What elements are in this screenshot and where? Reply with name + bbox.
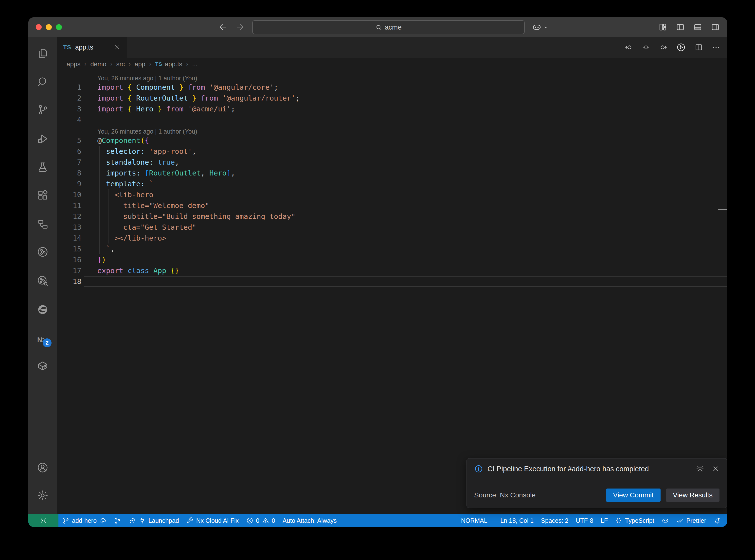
close-window-button[interactable]	[36, 24, 42, 30]
indent-guide	[99, 178, 100, 189]
launchpad-status[interactable]: Launchpad	[125, 514, 183, 527]
activity-item-extensions[interactable]	[28, 188, 57, 203]
activity-bar: N>2	[28, 37, 57, 514]
code-text: ></lib-hero>	[84, 233, 727, 243]
commit-graph-status[interactable]	[110, 514, 125, 527]
activity-item-testing[interactable]	[28, 160, 57, 175]
next-change-icon[interactable]	[659, 43, 668, 52]
gear-icon	[37, 489, 48, 501]
boxes-icon	[37, 218, 48, 230]
activity-item-explorer[interactable]	[28, 46, 57, 61]
notifications-bell[interactable]	[710, 514, 725, 527]
zoom-window-button[interactable]	[56, 24, 62, 30]
blame-annotation: You, 26 minutes ago | 1 author (You)	[57, 72, 727, 82]
nx-cloud-ai-fix-status[interactable]: Nx Cloud AI Fix	[183, 514, 242, 527]
activity-item-accounts[interactable]	[28, 460, 57, 475]
line-number: 8	[57, 169, 84, 177]
layout-sidebar-right-icon[interactable]	[711, 23, 720, 32]
breadcrumb-separator-icon: ›	[84, 61, 86, 67]
activity-item-nx-console[interactable]: N>2	[28, 332, 57, 347]
copilot-icon	[532, 22, 542, 32]
breadcrumb-item-src[interactable]: src	[116, 60, 125, 68]
prettier-status[interactable]: Prettier	[673, 514, 710, 527]
line-number: 13	[57, 223, 84, 232]
commit-graph-icon	[114, 517, 121, 524]
cloud-upload-icon	[99, 517, 106, 524]
activity-item-search[interactable]	[28, 75, 57, 89]
breadcrumb-item-demo[interactable]: demo	[90, 60, 106, 68]
status-label: add-hero	[72, 517, 97, 524]
notification-close-icon[interactable]	[712, 465, 719, 473]
gitlens-search-icon	[37, 275, 48, 287]
line-number: 18	[57, 277, 84, 286]
code-editor[interactable]: You, 26 minutes ago | 1 author (You)1imp…	[57, 71, 727, 514]
status-label: Ln 18, Col 1	[500, 517, 534, 524]
indent-guide	[99, 189, 100, 200]
code-text: import { Component } from '@angular/core…	[84, 82, 727, 93]
command-center-search[interactable]: acme	[252, 20, 525, 34]
auto-attach-status[interactable]: Auto Attach: Always	[279, 514, 340, 527]
line-number: 9	[57, 180, 84, 188]
split-editor-icon[interactable]	[695, 43, 703, 52]
problems-status[interactable]: 00	[242, 514, 279, 527]
line-number: 3	[57, 105, 84, 113]
eol-status[interactable]: LF	[597, 514, 612, 527]
activity-item-settings[interactable]	[28, 488, 57, 503]
activity-item-gitlens-inspect[interactable]	[28, 273, 57, 288]
code-text: standalone: true,	[84, 157, 727, 167]
commit-graph-circle-icon[interactable]	[676, 43, 686, 52]
code-line-4: 4	[57, 114, 727, 125]
back-icon[interactable]	[219, 23, 227, 32]
activity-item-containers[interactable]	[28, 358, 57, 373]
customize-layout-icon[interactable]	[658, 23, 667, 32]
close-tab-icon[interactable]	[114, 44, 121, 51]
more-actions-icon[interactable]	[712, 43, 720, 52]
extensions-icon	[37, 189, 48, 201]
minimize-window-button[interactable]	[46, 24, 52, 30]
view-results-button[interactable]: View Results	[666, 488, 719, 502]
copilot-status[interactable]	[658, 514, 673, 527]
activity-item-source-control[interactable]	[28, 102, 57, 117]
indent-guide	[108, 189, 108, 200]
layout-sidebar-left-icon[interactable]	[676, 23, 685, 32]
view-commit-button[interactable]: View Commit	[606, 488, 660, 502]
breadcrumb-item-apps[interactable]: apps	[66, 60, 80, 68]
indentation-status[interactable]: Spaces: 2	[537, 514, 572, 527]
tab-app-ts[interactable]: TS app.ts	[57, 37, 127, 58]
change-icon[interactable]	[642, 43, 650, 52]
indent-guide	[99, 167, 100, 178]
notification-settings-icon[interactable]	[696, 465, 704, 473]
encoding-status[interactable]: UTF-8	[572, 514, 597, 527]
status-label: -- NORMAL --	[455, 517, 493, 524]
line-number: 2	[57, 94, 84, 102]
indent-guide	[108, 222, 108, 233]
beaker-icon	[37, 161, 48, 173]
breadcrumb-item-app[interactable]: app	[135, 60, 145, 68]
code-line-13: 13 cta="Get Started"	[57, 222, 727, 233]
rocket-icon	[129, 517, 136, 524]
search-icon	[375, 24, 382, 31]
overview-ruler-mark	[718, 209, 727, 210]
activity-item-run-debug[interactable]	[28, 132, 57, 146]
code-text: import { Hero } from '@acme/ui';	[84, 103, 727, 114]
code-line-11: 11 title="Welcmoe demo"	[57, 200, 727, 211]
activity-item-project-boxes[interactable]	[28, 217, 57, 232]
forward-icon[interactable]	[236, 23, 244, 32]
activity-item-edge-tools[interactable]	[28, 302, 57, 317]
cursor-position-status[interactable]: Ln 18, Col 1	[497, 514, 537, 527]
activity-item-gitlens[interactable]	[28, 244, 57, 259]
blame-annotation: You, 26 minutes ago | 1 author (You)	[57, 125, 727, 135]
remote-indicator[interactable]	[28, 514, 58, 527]
code-text	[84, 114, 727, 125]
copilot-menu[interactable]	[532, 17, 549, 37]
debug-icon	[37, 133, 48, 145]
breadcrumb-item-[interactable]: ...	[192, 60, 198, 68]
code-line-6: 6 selector: 'app-root',	[57, 146, 727, 157]
layout-panel-icon[interactable]	[693, 23, 702, 32]
breadcrumb-separator-icon: ›	[129, 61, 131, 67]
prev-change-icon[interactable]	[624, 43, 633, 52]
language-status[interactable]: {}TypeScript	[612, 514, 658, 527]
breadcrumb-item-appts[interactable]: app.ts	[165, 60, 182, 68]
vim-mode-status[interactable]: -- NORMAL --	[452, 514, 497, 527]
branch-status[interactable]: add-hero	[58, 514, 110, 527]
